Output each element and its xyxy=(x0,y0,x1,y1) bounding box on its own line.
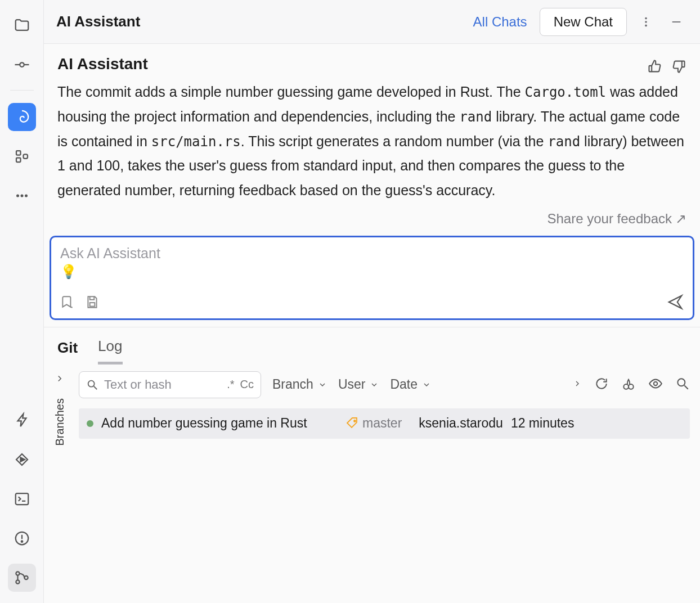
more-icon[interactable] xyxy=(8,182,36,210)
branches-label[interactable]: Branches xyxy=(53,398,66,446)
ai-assistant-icon[interactable] xyxy=(8,103,36,131)
run-icon[interactable] xyxy=(8,446,36,474)
code-rand: rand xyxy=(459,109,492,125)
svg-point-16 xyxy=(16,572,19,575)
bookmark-icon[interactable] xyxy=(60,295,75,312)
tab-git[interactable]: Git xyxy=(57,339,78,364)
git-tabs: Git Log xyxy=(44,327,700,364)
svg-point-29 xyxy=(677,379,685,386)
svg-point-15 xyxy=(21,541,23,542)
filter-branch-label: Branch xyxy=(272,377,313,392)
terminal-icon[interactable] xyxy=(8,485,36,513)
log-search-placeholder: Text or hash xyxy=(104,377,221,392)
share-feedback-link[interactable]: Share your feedback↗ xyxy=(57,211,686,227)
commit-icon[interactable] xyxy=(8,51,36,79)
save-icon[interactable] xyxy=(85,295,100,312)
all-chats-link[interactable]: All Chats xyxy=(473,14,527,30)
code-cargo-toml: Cargo.toml xyxy=(525,84,607,100)
cherry-pick-icon[interactable] xyxy=(621,376,636,393)
svg-point-27 xyxy=(629,384,634,389)
log-filter-row: Text or hash .* Cc Branch User xyxy=(79,371,690,398)
search-icon[interactable] xyxy=(675,376,690,393)
refresh-icon[interactable] xyxy=(594,376,609,393)
svg-point-8 xyxy=(25,195,28,197)
minimize-icon[interactable] xyxy=(665,11,688,33)
git-panel: Git Log Branches Text or hash .* xyxy=(44,327,700,603)
branch-name: master xyxy=(362,416,402,431)
code-rand-2: rand xyxy=(548,134,580,150)
regex-toggle[interactable]: .* xyxy=(227,378,234,391)
chat-input[interactable]: Ask AI Assistant 💡 xyxy=(50,236,694,320)
chevron-down-icon xyxy=(318,380,327,389)
svg-point-26 xyxy=(623,384,629,389)
separator xyxy=(10,90,34,91)
commit-dot-icon xyxy=(87,420,93,427)
message-body: The commit adds a simple number guessing… xyxy=(57,80,686,203)
chat-input-placeholder: Ask AI Assistant xyxy=(60,245,684,262)
svg-rect-4 xyxy=(16,158,21,163)
eye-icon[interactable] xyxy=(648,376,663,393)
folder-icon[interactable] xyxy=(8,11,36,39)
tab-log[interactable]: Log xyxy=(98,338,122,364)
svg-rect-5 xyxy=(23,154,28,159)
search-icon xyxy=(86,379,98,391)
bulb-icon[interactable]: 💡 xyxy=(60,264,684,280)
chevron-right-icon[interactable] xyxy=(573,379,582,390)
panel-title: AI Assistant xyxy=(56,13,140,30)
svg-point-0 xyxy=(20,62,24,67)
code-main-rs: src/main.rs xyxy=(151,134,241,150)
chat-header: AI Assistant All Chats New Chat xyxy=(44,0,700,44)
filter-date[interactable]: Date xyxy=(390,377,431,392)
chevron-down-icon xyxy=(422,380,431,389)
svg-point-24 xyxy=(88,380,95,386)
send-icon[interactable] xyxy=(667,294,684,313)
share-feedback-label: Share your feedback xyxy=(548,211,672,226)
new-chat-button[interactable]: New Chat xyxy=(540,8,627,36)
commit-time: 12 minutes xyxy=(511,416,575,431)
chevron-right-icon[interactable] xyxy=(55,374,65,386)
branches-gutter: Branches xyxy=(44,364,75,603)
message-sender: AI Assistant xyxy=(57,55,686,73)
message-text: . This script generates a random number … xyxy=(241,133,548,149)
thumbs-down-icon[interactable] xyxy=(671,58,686,76)
svg-rect-23 xyxy=(90,303,95,307)
branch-tag[interactable]: master xyxy=(345,416,402,431)
commit-row[interactable]: Add number guessing game in Rust master … xyxy=(79,408,690,439)
svg-point-19 xyxy=(645,17,647,19)
chevron-down-icon xyxy=(370,380,379,389)
problems-icon[interactable] xyxy=(8,524,36,552)
git-icon[interactable] xyxy=(8,564,36,592)
svg-marker-10 xyxy=(20,457,25,462)
svg-line-25 xyxy=(94,386,97,390)
filter-date-label: Date xyxy=(390,377,418,392)
filter-branch[interactable]: Branch xyxy=(272,377,327,392)
svg-point-31 xyxy=(354,420,356,422)
commit-message: Add number guessing game in Rust xyxy=(101,416,338,431)
svg-point-6 xyxy=(16,195,19,197)
left-toolstrip xyxy=(0,0,44,603)
structure-icon[interactable] xyxy=(8,142,36,170)
svg-line-30 xyxy=(684,385,688,389)
kebab-icon[interactable] xyxy=(635,11,657,33)
svg-point-7 xyxy=(20,195,23,197)
case-toggle[interactable]: Cc xyxy=(240,378,254,391)
svg-rect-3 xyxy=(16,151,21,155)
commit-author: ksenia.starodu xyxy=(419,416,503,431)
svg-point-21 xyxy=(645,24,647,26)
thumbs-up-icon[interactable] xyxy=(647,58,663,76)
svg-rect-11 xyxy=(15,493,28,505)
chat-body: AI Assistant The commit adds a simple nu… xyxy=(44,44,700,232)
svg-point-17 xyxy=(16,580,19,583)
arrow-ne-icon: ↗ xyxy=(675,211,686,226)
build-icon[interactable] xyxy=(8,406,36,434)
svg-point-20 xyxy=(645,21,647,23)
log-search-input[interactable]: Text or hash .* Cc xyxy=(79,371,261,398)
tag-icon xyxy=(345,417,359,430)
svg-point-28 xyxy=(654,382,658,386)
filter-user-label: User xyxy=(338,377,366,392)
filter-user[interactable]: User xyxy=(338,377,379,392)
message-text: The commit adds a simple number guessing… xyxy=(57,84,525,100)
